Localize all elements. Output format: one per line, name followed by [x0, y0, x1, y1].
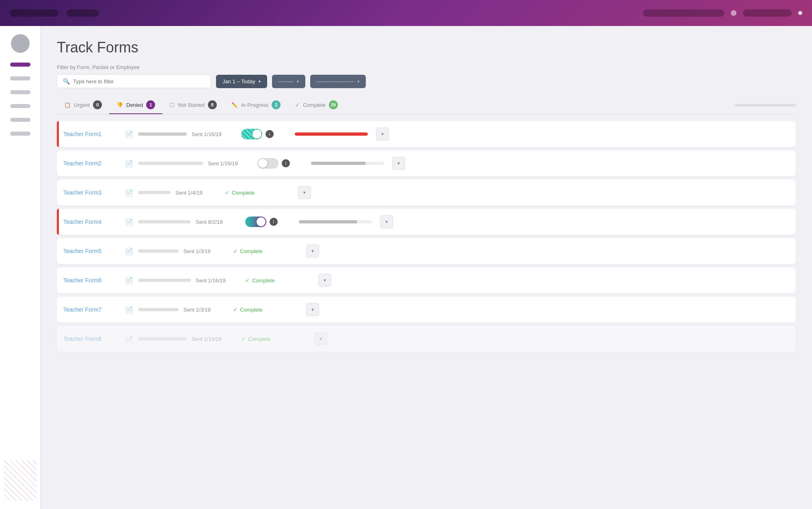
form-name[interactable]: Teacher Form6: [63, 277, 120, 284]
date-range-dropdown[interactable]: Jan 1 – Today ▾: [216, 75, 267, 88]
tab-complete-icon: ✓: [295, 102, 300, 108]
form-date: Sent 8/2/18: [196, 219, 240, 225]
tabs-row: 📋 Urgent 0 👎 Denied 1 ☐ Not Started 8 ✏️…: [57, 96, 796, 115]
form-document-icon: 📄: [125, 277, 133, 284]
form-document-icon: 📄: [125, 130, 133, 138]
nav-item-1[interactable]: [10, 9, 58, 17]
progress-bar: [311, 162, 384, 165]
sidebar-item-4[interactable]: [10, 118, 30, 122]
info-icon[interactable]: i: [270, 218, 278, 226]
form-row: Teacher Form5 📄 Sent 1/3/19 ✓ Complete ▾: [57, 238, 796, 264]
tab-in-progress[interactable]: ✏️ In-Progress 2: [224, 96, 288, 114]
tab-urgent[interactable]: 📋 Urgent 0: [57, 96, 109, 114]
tab-complete[interactable]: ✓ Complete 29: [288, 96, 345, 114]
nav-item-4[interactable]: [743, 9, 792, 17]
form-date: Sent 1/4/19: [175, 190, 220, 196]
expand-button[interactable]: ▾: [380, 215, 393, 228]
tab-denied[interactable]: 👎 Denied 1: [109, 96, 162, 114]
tab-not-started[interactable]: ☐ Not Started 8: [162, 96, 224, 114]
expand-button[interactable]: ▾: [318, 274, 331, 287]
tab-denied-badge: 1: [146, 100, 155, 109]
form-document-icon: 📄: [125, 218, 133, 226]
dropdown3-label: ──────────: [317, 78, 354, 84]
status-complete: ✓ Complete: [225, 190, 290, 196]
tab-urgent-badge: 0: [93, 100, 102, 109]
form-document-icon: 📄: [125, 189, 133, 197]
layout: Track Forms Filter by Form, Packet or Em…: [0, 26, 812, 509]
form-date: Sent 1/13/19: [192, 336, 236, 342]
expand-button[interactable]: ▾: [314, 332, 327, 345]
info-icon[interactable]: i: [282, 159, 290, 167]
filter-dropdown-2[interactable]: ──── ▾: [272, 75, 305, 88]
form-name[interactable]: Teacher Form7: [63, 306, 120, 313]
nav-dot-1[interactable]: [731, 10, 736, 16]
progress-bar: [295, 132, 368, 136]
tab-denied-icon: 👎: [117, 102, 123, 108]
sidebar-item-5[interactable]: [10, 132, 30, 136]
info-icon[interactable]: i: [266, 130, 274, 138]
progress-fill: [295, 132, 368, 136]
form-meta-bar: [138, 191, 171, 194]
tab-not-started-icon: ☐: [170, 102, 175, 108]
sidebar-item-active[interactable]: [10, 63, 30, 67]
form-document-icon: 📄: [125, 160, 133, 167]
tab-in-progress-icon: ✏️: [231, 102, 238, 108]
form-row: Teacher Form4 📄 Sent 8/2/18 i ▾: [57, 209, 796, 235]
status-complete: ✓ Complete: [241, 336, 306, 342]
sidebar: [0, 26, 41, 509]
expand-button[interactable]: ▾: [298, 186, 311, 199]
progress-fill: [299, 220, 357, 223]
form-name[interactable]: Teacher Form2: [63, 160, 120, 167]
form-name[interactable]: Teacher Form5: [63, 248, 120, 254]
search-input[interactable]: [73, 78, 205, 84]
form-meta-bar: [138, 162, 203, 165]
form-date: Sent 1/3/19: [184, 307, 228, 313]
filter-dropdown-3[interactable]: ────────── ▾: [310, 75, 366, 88]
user-avatar[interactable]: [11, 34, 30, 53]
toggle-wrap: i: [257, 158, 306, 169]
search-icon: 🔍: [63, 78, 70, 84]
expand-button[interactable]: ▾: [392, 157, 405, 170]
form-name[interactable]: Teacher Form8: [63, 336, 120, 342]
form-document-icon: 📄: [125, 306, 133, 314]
nav-dot-2[interactable]: [798, 11, 802, 15]
form-date: Sent 1/3/19: [184, 248, 228, 254]
form-name[interactable]: Teacher Form1: [63, 131, 120, 137]
expand-button[interactable]: ▾: [376, 128, 389, 141]
chevron-down-icon: ▾: [259, 79, 261, 84]
form-name[interactable]: Teacher Form3: [63, 189, 120, 196]
scroll-indicator: [735, 104, 796, 106]
forms-list: Teacher Form1 📄 Sent 1/16/19 i ▾: [57, 121, 796, 352]
complete-label: Complete: [240, 307, 263, 313]
form-row: Teacher Form1 📄 Sent 1/16/19 i ▾: [57, 121, 796, 147]
toggle[interactable]: [257, 158, 279, 169]
status-complete: ✓ Complete: [233, 307, 298, 313]
nav-item-3[interactable]: [643, 9, 724, 17]
checkmark-icon: ✓: [233, 248, 238, 254]
toggle[interactable]: [245, 217, 266, 227]
nav-item-2[interactable]: [67, 9, 99, 17]
chevron-down-icon-3: ▾: [357, 79, 359, 84]
progress-bar: [299, 220, 372, 223]
checkmark-icon: ✓: [233, 307, 238, 313]
sidebar-item-1[interactable]: [10, 76, 30, 80]
form-meta-bar: [138, 279, 191, 282]
checkmark-icon: ✓: [245, 277, 250, 284]
form-meta-bar: [138, 249, 179, 253]
tab-complete-badge: 29: [329, 100, 338, 109]
sidebar-item-2[interactable]: [10, 90, 30, 94]
expand-button[interactable]: ▾: [306, 303, 319, 316]
form-document-icon: 📄: [125, 247, 133, 255]
filter-label: Filter by Form, Packet or Employee: [57, 64, 796, 70]
top-nav: [0, 0, 812, 26]
form-date: Sent 1/16/19: [192, 131, 236, 137]
page-title: Track Forms: [57, 39, 796, 56]
sidebar-item-3[interactable]: [10, 104, 30, 108]
form-name[interactable]: Teacher Form4: [63, 219, 120, 225]
toggle-striped[interactable]: [241, 129, 262, 139]
form-row: Teacher Form2 📄 Sent 1/29/19 i ▾: [57, 150, 796, 176]
checkmark-icon: ✓: [241, 336, 246, 342]
complete-label: Complete: [248, 336, 271, 342]
tab-urgent-label: Urgent: [74, 102, 90, 108]
expand-button[interactable]: ▾: [306, 245, 319, 258]
